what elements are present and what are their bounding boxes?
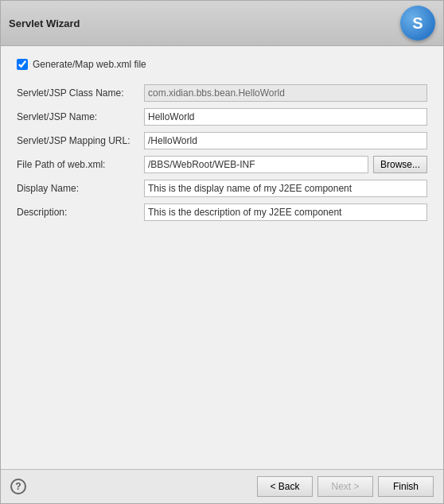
file-path-row: Browse... [144, 156, 427, 173]
generate-webxml-row: Generate/Map web.xml file [17, 59, 427, 70]
form-grid: Servlet/JSP Class Name: Servlet/JSP Name… [17, 84, 427, 221]
servlet-name-input[interactable] [144, 108, 427, 126]
mapping-url-label: Servlet/JSP Mapping URL: [17, 135, 144, 146]
display-name-row [144, 180, 427, 197]
file-path-label: File Path of web.xml: [17, 159, 144, 170]
generate-webxml-checkbox[interactable] [17, 59, 28, 70]
footer: ? < Back Next > Finish [1, 469, 443, 503]
generate-webxml-label: Generate/Map web.xml file [33, 59, 146, 70]
servlet-name-label: Servlet/JSP Name: [17, 111, 144, 122]
class-name-row [144, 84, 427, 102]
display-name-input[interactable] [144, 180, 427, 197]
servlet-wizard-dialog: Servlet Wizard S Generate/Map web.xml fi… [0, 0, 444, 504]
mapping-url-input[interactable] [144, 132, 427, 149]
display-name-label: Display Name: [17, 183, 144, 194]
dialog-title: Servlet Wizard [9, 17, 80, 29]
finish-button[interactable]: Finish [378, 476, 434, 497]
description-row [144, 204, 427, 221]
wizard-icon: S [400, 6, 435, 41]
back-button[interactable]: < Back [257, 476, 313, 497]
class-name-input [144, 84, 427, 102]
browse-button[interactable]: Browse... [373, 156, 427, 173]
next-button[interactable]: Next > [317, 476, 373, 497]
title-bar: Servlet Wizard S [1, 1, 443, 46]
content-area: Generate/Map web.xml file Servlet/JSP Cl… [1, 46, 443, 469]
description-input[interactable] [144, 204, 427, 221]
help-icon[interactable]: ? [10, 479, 26, 494]
footer-buttons: < Back Next > Finish [257, 476, 434, 497]
mapping-url-row [144, 132, 427, 149]
class-name-label: Servlet/JSP Class Name: [17, 87, 144, 99]
file-path-input[interactable] [144, 156, 368, 173]
servlet-name-row [144, 108, 427, 126]
description-label: Description: [17, 207, 144, 218]
footer-left: ? [10, 479, 26, 494]
